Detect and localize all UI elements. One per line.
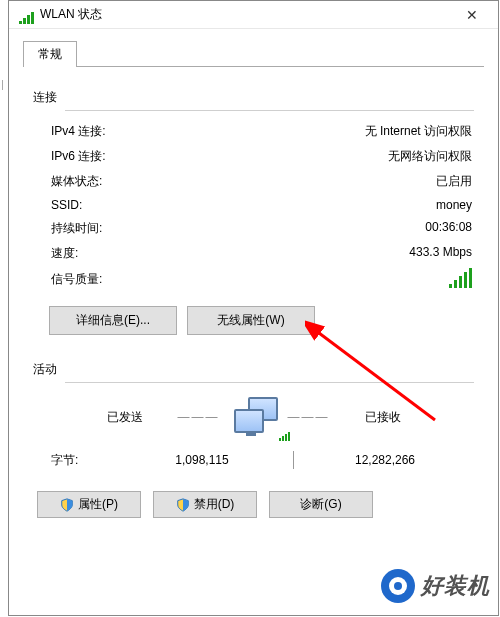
watermark-text: 好装机 bbox=[421, 571, 490, 601]
dash-icon: ——— bbox=[288, 410, 330, 424]
monitors-icon bbox=[228, 397, 280, 437]
row-ipv4: IPv4 连接: 无 Internet 访问权限 bbox=[33, 119, 474, 144]
bottom-buttons: 属性(P) 禁用(D) 诊断(G) bbox=[33, 491, 474, 518]
bytes-label: 字节: bbox=[35, 452, 115, 469]
diagnose-button-label: 诊断(G) bbox=[300, 496, 341, 513]
window-title: WLAN 状态 bbox=[40, 6, 452, 23]
activity-diagram: 已发送 ——— ——— 已接收 bbox=[33, 391, 474, 439]
ipv4-label: IPv4 连接: bbox=[35, 123, 106, 140]
ipv6-value: 无网络访问权限 bbox=[388, 148, 472, 165]
connection-section-title: 连接 bbox=[33, 89, 474, 106]
watermark-logo-icon bbox=[381, 569, 415, 603]
signal-bars-icon bbox=[449, 270, 472, 288]
row-speed: 速度: 433.3 Mbps bbox=[33, 241, 474, 266]
speed-label: 速度: bbox=[35, 245, 78, 262]
mini-signal-icon bbox=[279, 432, 290, 441]
ipv4-value: 无 Internet 访问权限 bbox=[365, 123, 472, 140]
wlan-status-window: WLAN 状态 ✕ 常规 连接 IPv4 连接: 无 Internet 访问权限… bbox=[8, 0, 499, 616]
signal-value bbox=[445, 270, 472, 288]
divider bbox=[65, 382, 474, 383]
bytes-sent-value: 1,098,115 bbox=[115, 453, 289, 467]
details-button[interactable]: 详细信息(E)... bbox=[49, 306, 177, 335]
shield-icon bbox=[176, 498, 190, 512]
wireless-properties-button-label: 无线属性(W) bbox=[217, 313, 284, 327]
details-button-label: 详细信息(E)... bbox=[76, 313, 150, 327]
connection-buttons: 详细信息(E)... 无线属性(W) bbox=[49, 306, 474, 335]
content-area: 连接 IPv4 连接: 无 Internet 访问权限 IPv6 连接: 无网络… bbox=[9, 67, 498, 615]
tab-general[interactable]: 常规 bbox=[23, 41, 77, 67]
titlebar: WLAN 状态 ✕ bbox=[9, 1, 498, 29]
diagnose-button[interactable]: 诊断(G) bbox=[269, 491, 373, 518]
duration-value: 00:36:08 bbox=[425, 220, 472, 237]
received-label: 已接收 bbox=[338, 409, 428, 426]
ssid-value: money bbox=[436, 198, 472, 212]
divider bbox=[65, 110, 474, 111]
signal-label: 信号质量: bbox=[35, 271, 102, 288]
separator bbox=[293, 451, 294, 469]
ssid-label: SSID: bbox=[35, 198, 82, 212]
wifi-icon bbox=[19, 6, 34, 24]
activity-section-title: 活动 bbox=[33, 361, 474, 378]
duration-label: 持续时间: bbox=[35, 220, 102, 237]
bytes-received-value: 12,282,266 bbox=[298, 453, 472, 467]
watermark: 好装机 bbox=[381, 569, 490, 603]
speed-value: 433.3 Mbps bbox=[409, 245, 472, 262]
disable-button[interactable]: 禁用(D) bbox=[153, 491, 257, 518]
bytes-row: 字节: 1,098,115 12,282,266 bbox=[33, 439, 474, 473]
tab-label: 常规 bbox=[38, 47, 62, 61]
row-ssid: SSID: money bbox=[33, 194, 474, 216]
sent-label: 已发送 bbox=[80, 409, 170, 426]
row-ipv6: IPv6 连接: 无网络访问权限 bbox=[33, 144, 474, 169]
ipv6-label: IPv6 连接: bbox=[35, 148, 106, 165]
tab-strip: 常规 bbox=[9, 29, 498, 67]
properties-button-label: 属性(P) bbox=[78, 496, 118, 513]
row-media: 媒体状态: 已启用 bbox=[33, 169, 474, 194]
media-value: 已启用 bbox=[436, 173, 472, 190]
activity-section: 活动 已发送 ——— ——— 已接收 字节: 1,098,115 bbox=[33, 349, 474, 518]
shield-icon bbox=[60, 498, 74, 512]
media-label: 媒体状态: bbox=[35, 173, 102, 190]
disable-button-label: 禁用(D) bbox=[194, 496, 235, 513]
row-signal: 信号质量: bbox=[33, 266, 474, 292]
close-button[interactable]: ✕ bbox=[452, 7, 492, 23]
properties-button[interactable]: 属性(P) bbox=[37, 491, 141, 518]
row-duration: 持续时间: 00:36:08 bbox=[33, 216, 474, 241]
dash-icon: ——— bbox=[178, 410, 220, 424]
wireless-properties-button[interactable]: 无线属性(W) bbox=[187, 306, 315, 335]
